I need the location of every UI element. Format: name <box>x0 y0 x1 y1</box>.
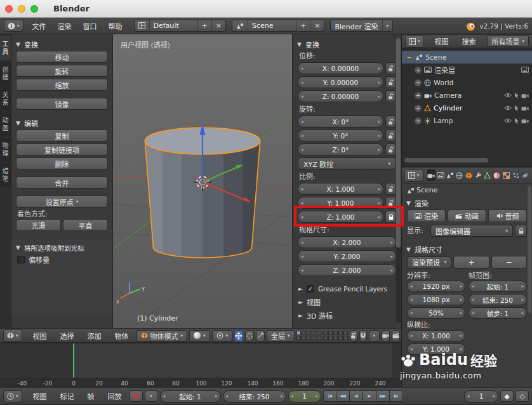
tab-particles[interactable] <box>511 169 520 181</box>
tab-render-layers[interactable] <box>436 169 445 181</box>
render-still-button[interactable]: 渲染 <box>407 209 446 222</box>
lock-rotation-z-button[interactable] <box>385 143 396 156</box>
render-engine-selector[interactable]: Blender 渲染 ▾ <box>330 20 393 32</box>
panel-header-edit[interactable]: ▼ 编辑 <box>11 117 112 129</box>
menu-select[interactable]: 选择 <box>55 329 80 343</box>
snap-toggle[interactable] <box>359 330 367 342</box>
location-y-field[interactable]: Y: 0.00000 <box>298 76 383 88</box>
tab-world[interactable] <box>455 169 464 181</box>
outliner-item-renderlayers[interactable]: + 渲染层 <box>402 63 532 76</box>
manipulator-rotate-toggle[interactable] <box>245 330 254 342</box>
grease-pencil-checkbox[interactable]: ✓ <box>307 285 314 293</box>
expand-icon[interactable]: + <box>415 79 422 86</box>
tab-scene[interactable] <box>446 169 455 181</box>
opengl-render-anim-button[interactable] <box>392 330 400 342</box>
dimension-z-field[interactable]: Z: 2.000 <box>298 264 396 276</box>
manipulator-scale-toggle[interactable] <box>256 330 265 342</box>
tab-render[interactable] <box>427 169 436 181</box>
eye-icon[interactable] <box>504 105 512 110</box>
current-frame-line[interactable] <box>73 343 74 378</box>
shade-flat-button[interactable]: 平直 <box>63 219 108 231</box>
jump-to-end-button[interactable]: ▶| <box>390 390 403 402</box>
expand-icon[interactable]: + <box>415 105 422 112</box>
frame-field-right[interactable]: 1 <box>464 390 498 402</box>
npanel-scrollbar[interactable] <box>396 38 401 322</box>
scale-button[interactable]: 缩放 <box>16 79 108 91</box>
zoom-button[interactable] <box>30 5 38 13</box>
snap-element-dropdown[interactable]: ▾ <box>369 330 380 342</box>
rotation-z-field[interactable]: Z: 0° <box>298 143 383 156</box>
editor-type-button-properties[interactable]: ▾ <box>404 169 423 182</box>
scale-x-field[interactable]: X: 1.000 <box>298 183 383 195</box>
menu-tl-view[interactable]: 视图 <box>27 389 53 403</box>
lock-rotation-y-button[interactable] <box>385 129 396 142</box>
menu-view[interactable]: 视图 <box>27 329 53 343</box>
keying-set-dropdown[interactable]: ▾ <box>145 390 158 402</box>
dimension-x-field[interactable]: X: 2.000 <box>298 236 396 248</box>
panel-header-dimensions[interactable]: ▼ 规格尺寸 <box>402 243 532 256</box>
scene-delete-button[interactable]: × <box>310 20 324 31</box>
panel-header-render[interactable]: ▼ 渲染 <box>402 197 532 209</box>
cursor-icon[interactable] <box>514 117 519 124</box>
toolshelf-tab-relations[interactable]: 关系 <box>0 87 11 111</box>
view-panel-header[interactable]: ► 视图 <box>293 296 401 308</box>
outliner-item-world[interactable]: + World <box>402 76 532 89</box>
transform-orientation-dropdown[interactable]: 全局 ▾ <box>267 330 295 342</box>
resolution-pct-field[interactable]: 50% <box>407 307 465 319</box>
viewport-3d[interactable]: y x 用户视图 (透视) (1) Cylinder <box>113 34 292 328</box>
rotation-x-field[interactable]: X: 0° <box>298 116 383 128</box>
resolution-y-field[interactable]: 1080 px <box>407 294 465 305</box>
outliner-item-cylinder[interactable]: + Cylinder <box>402 102 532 114</box>
cursor-icon[interactable] <box>514 105 519 112</box>
panel-header-transform[interactable]: ▼ 变换 <box>11 38 112 51</box>
frame-end-prop-field[interactable]: 结束: 250 <box>469 294 527 305</box>
current-frame-field[interactable]: 1 <box>288 390 321 402</box>
editor-type-button-timeline[interactable]: ▾ <box>3 390 22 402</box>
aspect-x-field[interactable]: X: 1.000 <box>407 330 465 342</box>
tab-object[interactable] <box>465 169 474 181</box>
collapse-icon[interactable]: − <box>406 54 413 61</box>
minimize-button[interactable] <box>18 5 25 13</box>
tab-texture[interactable] <box>502 169 511 181</box>
delete-keyframe-button[interactable]: ◇ <box>515 390 529 402</box>
camera-icon[interactable] <box>521 118 529 124</box>
duplicate-button[interactable]: 复制 <box>16 129 108 142</box>
menu-file[interactable]: 文件 <box>27 19 52 33</box>
play-button[interactable]: ▶ <box>363 390 376 402</box>
outliner-scrollbar[interactable] <box>404 158 488 163</box>
location-x-field[interactable]: X: 0.00000 <box>298 62 383 74</box>
screen-layout-selector[interactable]: Default + × <box>134 20 226 32</box>
offset-checkbox[interactable] <box>17 256 25 263</box>
toolshelf-tab-create[interactable]: 创建 <box>0 62 11 86</box>
play-reverse-button[interactable]: ◀ <box>350 390 363 402</box>
lock-rotation-x-button[interactable] <box>385 116 396 128</box>
prev-keyframe-button[interactable]: ◀◀ <box>336 390 350 402</box>
expand-icon[interactable]: + <box>415 67 422 74</box>
join-button[interactable]: 合并 <box>16 176 108 189</box>
expand-icon[interactable]: + <box>415 117 422 124</box>
menu-tl-playback[interactable]: 回放 <box>102 389 128 403</box>
redo-panel-header[interactable]: ▼ 将所选项吸附到光标 <box>11 241 112 254</box>
frame-step-field[interactable]: 帧步: 1 <box>469 307 527 319</box>
toolshelf-tab-grease-pencil[interactable]: 蜡笔 <box>0 163 11 187</box>
editor-type-button[interactable]: ▾ <box>4 20 23 32</box>
menu-outliner-search[interactable]: 搜索 <box>456 34 482 48</box>
editor-type-button-3dview[interactable]: ▾ <box>3 329 22 342</box>
layers-widget-a[interactable] <box>296 331 321 340</box>
render-display-dropdown[interactable]: 图像编辑器 ▾ <box>430 225 513 237</box>
camera-icon[interactable] <box>521 105 529 111</box>
menu-render[interactable]: 渲染 <box>52 19 77 33</box>
properties-scrollbar[interactable] <box>528 186 531 313</box>
eye-icon[interactable] <box>504 93 512 98</box>
next-keyframe-button[interactable]: ▶▶ <box>376 390 390 402</box>
menu-help[interactable]: 帮助 <box>103 19 128 33</box>
dimension-y-field[interactable]: Y: 2.000 <box>298 250 396 262</box>
outliner-item-camera[interactable]: + Camera <box>402 89 532 102</box>
menu-tl-marker[interactable]: 标记 <box>55 389 80 403</box>
manipulator-translate-toggle[interactable] <box>234 330 243 342</box>
location-z-field[interactable]: Z: 0.00000 <box>298 90 383 102</box>
layers-widget-b[interactable] <box>323 331 348 340</box>
lock-scale-x-button[interactable] <box>385 183 396 195</box>
opengl-render-button[interactable] <box>382 330 390 342</box>
eye-icon[interactable] <box>504 118 512 123</box>
